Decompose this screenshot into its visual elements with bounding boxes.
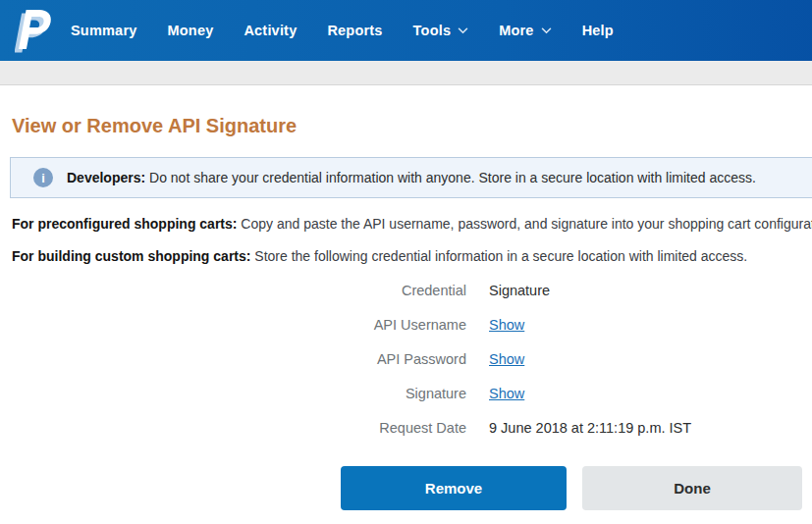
chevron-down-icon <box>541 27 552 34</box>
instruction-body: Copy and paste the API username, passwor… <box>237 216 812 232</box>
credential-row-label: Credential <box>0 273 466 307</box>
nav-item-tools[interactable]: Tools <box>413 23 469 38</box>
nav-item-label: Reports <box>327 23 382 38</box>
nav-item-label: More <box>499 23 533 38</box>
api-username-label: API Username <box>0 307 466 341</box>
secondary-nav-strip <box>0 61 812 85</box>
nav-item-more[interactable]: More <box>499 23 551 38</box>
done-button[interactable]: Done <box>582 466 802 510</box>
nav-item-help[interactable]: Help <box>582 23 614 38</box>
instruction-prefix: For preconfigured shopping carts: <box>12 216 237 232</box>
main-content: View or Remove API Signature i Developer… <box>0 114 812 510</box>
notice-prefix: Developers: <box>67 170 145 185</box>
show-signature-link[interactable]: Show <box>489 386 524 401</box>
page: Summary Money Activity Reports Tools Mor… <box>0 0 812 510</box>
developers-notice-banner: i Developers: Do not share your credenti… <box>10 157 812 198</box>
instruction-body: Store the following credential informati… <box>250 248 747 264</box>
nav-item-money[interactable]: Money <box>168 23 214 38</box>
credentials-table: Credential Signature API Username Show A… <box>0 273 812 445</box>
paypal-monogram-icon <box>15 8 54 53</box>
paypal-logo-icon[interactable] <box>15 8 54 53</box>
instruction-preconfigured-carts: For preconfigured shopping carts: Copy a… <box>12 216 812 233</box>
instruction-prefix: For building custom shopping carts: <box>12 248 250 264</box>
info-icon: i <box>33 168 53 187</box>
notice-body: Do not share your credential information… <box>145 170 756 185</box>
action-buttons: Remove Done <box>341 466 812 510</box>
notice-text: Developers: Do not share your credential… <box>67 170 756 185</box>
instruction-custom-carts: For building custom shopping carts: Stor… <box>12 248 812 265</box>
nav-item-label: Tools <box>413 23 452 38</box>
nav-item-activity[interactable]: Activity <box>244 23 297 38</box>
credential-row-value: Signature <box>489 273 812 307</box>
request-date-label: Request Date <box>0 410 466 445</box>
api-password-label: API Password <box>0 341 466 376</box>
nav-item-summary[interactable]: Summary <box>71 23 137 38</box>
nav-item-label: Money <box>168 23 214 38</box>
show-api-password-link[interactable]: Show <box>489 351 524 367</box>
nav-item-label: Summary <box>71 23 137 38</box>
request-date-value: 9 June 2018 at 2:11:19 p.m. IST <box>489 410 812 445</box>
top-navigation-bar: Summary Money Activity Reports Tools Mor… <box>0 0 812 61</box>
chevron-down-icon <box>458 27 468 34</box>
nav-item-label: Help <box>582 23 614 38</box>
nav-item-label: Activity <box>244 23 297 38</box>
nav-item-reports[interactable]: Reports <box>327 23 382 38</box>
nav-links: Summary Money Activity Reports Tools Mor… <box>71 23 614 38</box>
signature-label: Signature <box>0 376 466 410</box>
remove-button[interactable]: Remove <box>341 466 567 510</box>
page-title: View or Remove API Signature <box>12 114 812 137</box>
show-api-username-link[interactable]: Show <box>489 317 524 333</box>
